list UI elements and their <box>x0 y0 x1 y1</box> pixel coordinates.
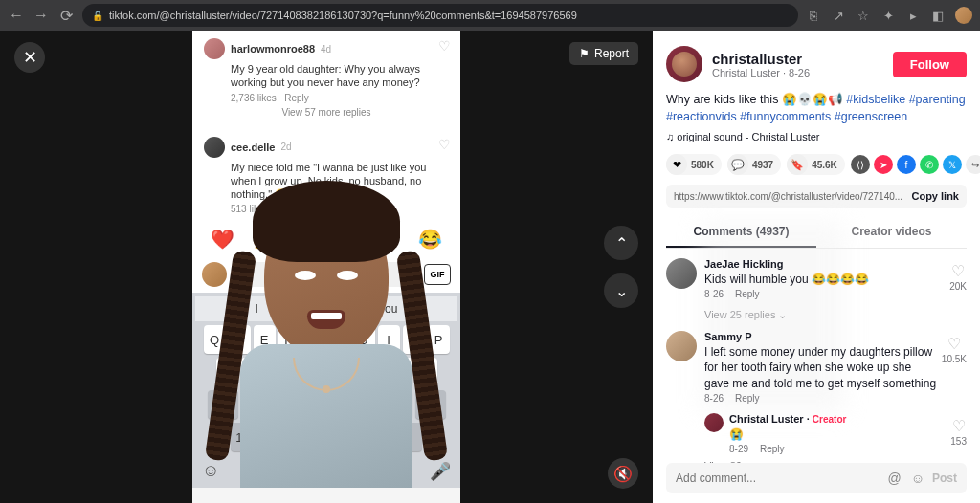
comment-stat[interactable]: 💬4937 <box>727 154 781 175</box>
prev-video-button[interactable]: ⌃ <box>604 226 638 260</box>
browser-actions: ⎘ ↗ ☆ ✦ ▸ ◧ <box>806 7 972 24</box>
heart-icon[interactable]: ♡ <box>438 38 451 54</box>
commenter-avatar <box>204 137 225 158</box>
whatsapp-icon[interactable]: ✆ <box>920 155 939 174</box>
comment-item: Sammy P I left some money under my daugh… <box>666 331 967 404</box>
url-text: tiktok.com/@christalluster/video/7271408… <box>109 10 577 21</box>
emoji-keyboard-icon[interactable]: ☺ <box>202 461 219 482</box>
send-icon[interactable]: ➤ <box>874 155 893 174</box>
save-stat[interactable]: 🔖45.6K <box>787 154 845 175</box>
gif-button[interactable]: GIF <box>424 264 451 285</box>
reload-button[interactable]: ⟳ <box>57 7 75 24</box>
mute-button[interactable]: 🔇 <box>608 458 638 489</box>
like-comment[interactable]: ♡20K <box>949 262 967 292</box>
tag-icon[interactable]: ▸ <box>905 8 921 23</box>
facebook-icon[interactable]: f <box>897 155 916 174</box>
close-button[interactable]: ✕ <box>14 42 45 73</box>
profile-header: christalluster Christal Luster · 8-26 Fo… <box>666 46 967 82</box>
creator-avatar[interactable] <box>666 46 702 82</box>
extensions-icon[interactable]: ✦ <box>880 8 896 23</box>
overlay-comment-1: ♡ harlowmonroe88 4d My 9 year old daught… <box>192 31 460 129</box>
creator-username[interactable]: christalluster <box>712 51 883 67</box>
video-nav-arrows: ⌃ ⌄ <box>604 226 638 308</box>
panel-icon[interactable]: ◧ <box>930 8 946 23</box>
flag-icon: ⚑ <box>579 47 590 60</box>
like-stat[interactable]: ❤580K <box>666 154 722 175</box>
follow-button[interactable]: Follow <box>893 52 967 77</box>
embed-icon[interactable]: ⟨⟩ <box>851 155 870 174</box>
commenter-avatar <box>204 38 225 59</box>
like-comment[interactable]: ♡10.5K <box>942 335 967 364</box>
video-player-area: ✕ ⚑ Report ⌃ ⌄ 🔇 ♡ harlowmonroe88 4d My … <box>0 31 653 503</box>
lock-icon: 🔒 <box>92 11 103 21</box>
next-video-button[interactable]: ⌄ <box>604 273 638 308</box>
heart-icon[interactable]: ♡ <box>438 137 451 152</box>
share-more-icon[interactable]: ↪ <box>966 155 980 174</box>
back-button[interactable]: ← <box>8 7 25 24</box>
reply-item: Christal Luster · Creator 😭 8-29Reply ♡1… <box>704 413 967 454</box>
sound-link[interactable]: ♫ original sound - Christal Luster <box>666 131 967 142</box>
post-button[interactable]: Post <box>932 471 957 485</box>
twitter-icon[interactable]: 𝕏 <box>943 155 962 174</box>
add-comment-bar: @ ☺ Post <box>666 463 967 493</box>
forward-button[interactable]: → <box>33 7 50 24</box>
video-caption: Why are kids like this 😭💀😭📢 #kidsbelike … <box>666 92 967 125</box>
person-greenscreen <box>231 198 422 494</box>
copy-link-button[interactable]: Copy link <box>911 190 959 202</box>
comment-item: JaeJae Hickling Kids will humble you 😂😂😂… <box>666 258 967 299</box>
info-sidebar: christalluster Christal Luster · 8-26 Fo… <box>653 31 980 503</box>
video-content[interactable]: ♡ harlowmonroe88 4d My 9 year old daught… <box>192 31 460 503</box>
commenter-avatar[interactable] <box>666 258 697 289</box>
share-link-row: https://www.tiktok.com/@christalluster/v… <box>666 185 967 208</box>
my-avatar <box>202 262 227 287</box>
install-icon[interactable]: ⎘ <box>806 8 821 23</box>
share-icon[interactable]: ↗ <box>831 8 846 23</box>
like-reply[interactable]: ♡153 <box>950 417 967 447</box>
add-comment-input[interactable] <box>676 471 880 485</box>
main-content: ✕ ⚑ Report ⌃ ⌄ 🔇 ♡ harlowmonroe88 4d My … <box>0 31 980 503</box>
emoji-picker-icon[interactable]: ☺ <box>911 470 924 486</box>
replier-avatar[interactable] <box>704 413 724 432</box>
star-icon[interactable]: ☆ <box>856 8 871 23</box>
engagement-stats: ❤580K 💬4937 🔖45.6K ⟨⟩ ➤ f ✆ 𝕏 ↪ <box>666 154 967 175</box>
browser-toolbar: ← → ⟳ 🔒 tiktok.com/@christalluster/video… <box>0 0 980 31</box>
address-bar[interactable]: 🔒 tiktok.com/@christalluster/video/72714… <box>82 4 798 27</box>
mic-icon[interactable]: 🎤 <box>430 461 451 482</box>
comments-list: JaeJae Hickling Kids will humble you 😂😂😂… <box>666 258 967 463</box>
share-url: https://www.tiktok.com/@christalluster/v… <box>674 191 911 202</box>
profile-avatar-icon[interactable] <box>955 7 972 24</box>
report-button[interactable]: ⚑ Report <box>569 42 638 65</box>
commenter-avatar[interactable] <box>666 331 697 361</box>
mention-icon[interactable]: @ <box>887 470 901 486</box>
